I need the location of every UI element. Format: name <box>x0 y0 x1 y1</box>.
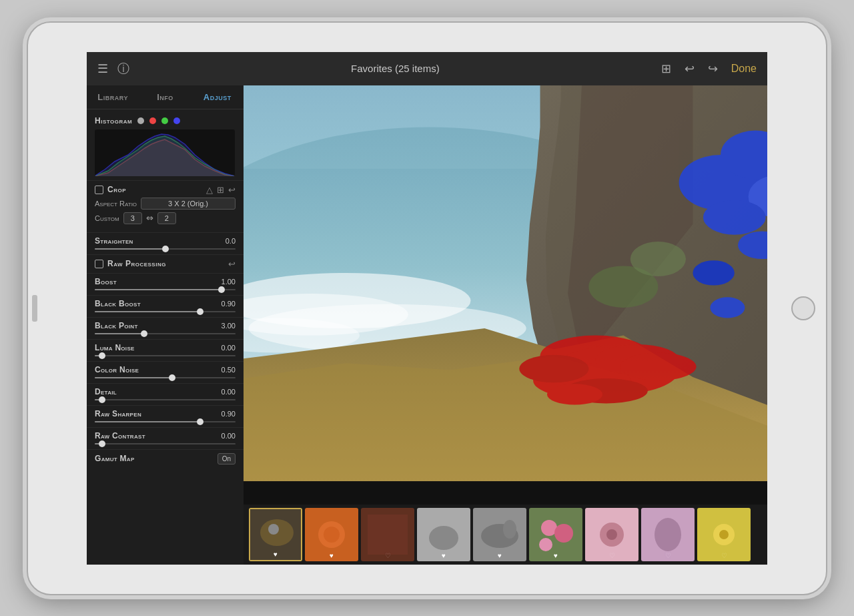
luma-noise-value: 0.00 <box>222 344 236 352</box>
undo-button[interactable]: ↩ <box>685 61 695 76</box>
luma-noise-track[interactable] <box>95 355 236 356</box>
svg-point-22 <box>620 352 696 380</box>
straighten-section: Straighten 0.0 <box>87 232 244 254</box>
thumbnail-9[interactable]: ♡ <box>697 508 751 561</box>
photo-main <box>244 85 767 481</box>
tab-info[interactable]: Info <box>139 85 191 109</box>
thumbnail-5[interactable]: ♥ <box>473 508 526 561</box>
dark-strip <box>244 481 767 505</box>
top-bar: ☰ ⓘ Favorites (25 items) ⊞ ↩ ↪ Done <box>87 52 767 85</box>
slider-luma-noise: Luma Noise 0.00 <box>87 339 244 361</box>
svg-point-35 <box>268 524 279 535</box>
histogram-canvas <box>95 129 235 176</box>
raw-sharpen-label: Raw Sharpen <box>95 409 141 418</box>
crop-label: Crop <box>107 185 126 194</box>
info-icon[interactable]: ⓘ <box>117 61 129 77</box>
raw-sharpen-track[interactable] <box>95 421 236 422</box>
redo-button[interactable]: ↪ <box>708 61 718 76</box>
svg-point-53 <box>606 529 617 540</box>
gamut-map-toggle[interactable]: On <box>218 453 236 465</box>
slider-black-point: Black Point 3.00 <box>87 317 244 339</box>
thumbnail-1[interactable]: ♥ <box>249 508 302 561</box>
black-boost-track[interactable] <box>95 311 236 312</box>
slider-detail: Detail 0.00 <box>87 383 244 405</box>
luma-noise-label: Luma Noise <box>95 343 135 352</box>
crop-flip-icon[interactable]: ⊞ <box>217 185 224 195</box>
side-button[interactable] <box>32 295 37 322</box>
detail-track[interactable] <box>95 399 236 400</box>
custom-height-input[interactable]: 2 <box>157 212 176 224</box>
straighten-track[interactable] <box>95 248 236 250</box>
tab-adjust[interactable]: Adjust <box>191 85 244 109</box>
black-point-value: 3.00 <box>222 322 236 330</box>
slider-black-boost: Black Boost 0.90 <box>87 295 244 317</box>
histogram-section: Histogram <box>87 109 244 180</box>
black-boost-label: Black Boost <box>95 299 141 308</box>
svg-point-49 <box>554 524 573 543</box>
crop-checkbox[interactable] <box>95 186 103 194</box>
crop-reset-icon[interactable]: ↩ <box>228 185 236 195</box>
straighten-thumb[interactable] <box>162 246 169 252</box>
svg-point-42 <box>429 526 458 550</box>
raw-contrast-track[interactable] <box>95 443 236 444</box>
heart-7: ♡ <box>609 552 615 559</box>
svg-point-31 <box>710 297 745 318</box>
slider-color-noise: Color Noise 0.50 <box>87 361 244 383</box>
detail-thumb[interactable] <box>99 396 105 403</box>
boost-track[interactable] <box>95 289 236 290</box>
top-bar-right: ⊞ ↩ ↪ Done <box>661 61 757 76</box>
black-boost-thumb[interactable] <box>197 308 203 315</box>
histogram-title: Histogram <box>95 116 132 125</box>
crop-section: Crop △ ⊞ ↩ Aspect Ratio 3 X 2 (Orig.) Cu… <box>87 180 244 232</box>
heart-3: ♡ <box>385 552 391 559</box>
svg-point-21 <box>519 354 588 382</box>
tab-library[interactable]: Library <box>87 85 139 109</box>
home-button[interactable] <box>791 296 815 320</box>
photo-area: ♥ ♥ <box>244 85 767 565</box>
thumbnail-2[interactable]: ♥ <box>305 508 358 561</box>
heart-5: ♥ <box>498 552 502 559</box>
color-noise-track[interactable] <box>95 377 236 378</box>
color-noise-thumb[interactable] <box>169 374 175 381</box>
thumbnail-7[interactable]: ♡ <box>585 508 638 561</box>
straighten-label: Straighten <box>95 236 133 246</box>
black-point-track[interactable] <box>95 333 236 334</box>
custom-label: Custom <box>95 214 119 222</box>
custom-width-input[interactable]: 3 <box>123 212 142 224</box>
black-boost-value: 0.90 <box>222 300 236 308</box>
svg-point-46 <box>503 520 516 539</box>
svg-point-30 <box>693 260 734 285</box>
menu-icon[interactable]: ☰ <box>97 61 108 76</box>
raw-contrast-thumb[interactable] <box>99 440 105 447</box>
boost-thumb[interactable] <box>218 286 225 293</box>
boost-value: 1.00 <box>222 278 236 286</box>
luma-noise-thumb[interactable] <box>99 352 105 359</box>
thumbnail-6[interactable]: ♥ <box>529 508 582 561</box>
svg-point-24 <box>547 384 602 404</box>
swap-icon[interactable]: ⇔ <box>146 213 153 223</box>
aspect-ratio-value[interactable]: 3 X 2 (Orig.) <box>141 198 236 210</box>
thumbnail-3[interactable]: ♡ <box>361 508 414 561</box>
tab-nav: Library Info Adjust <box>87 85 244 109</box>
raw-sharpen-thumb[interactable] <box>197 418 203 425</box>
raw-reset-icon[interactable]: ↩ <box>228 259 236 269</box>
raw-processing-checkbox[interactable] <box>95 260 103 268</box>
thumbnail-4[interactable]: ♥ <box>417 508 470 561</box>
dot-blue <box>173 117 180 124</box>
svg-marker-2 <box>95 134 235 176</box>
main-content: Library Info Adjust Histogram <box>87 85 767 565</box>
coastal-photo <box>244 85 767 481</box>
crop-rotate-icon[interactable]: △ <box>206 185 213 195</box>
boost-label: Boost <box>95 277 117 286</box>
svg-point-55 <box>655 518 681 551</box>
aspect-ratio-label: Aspect Ratio <box>95 200 137 208</box>
color-noise-label: Color Noise <box>95 365 139 374</box>
heart-2: ♥ <box>330 552 334 559</box>
heart-1: ♥ <box>274 551 278 558</box>
black-point-thumb[interactable] <box>141 330 147 337</box>
raw-processing-label: Raw Processing <box>107 259 166 268</box>
layout-icon[interactable]: ⊞ <box>661 61 671 76</box>
done-button[interactable]: Done <box>731 63 757 75</box>
thumbnail-8[interactable]: ♡ <box>641 508 695 561</box>
thumbnail-strip: ♥ ♥ <box>244 505 767 565</box>
